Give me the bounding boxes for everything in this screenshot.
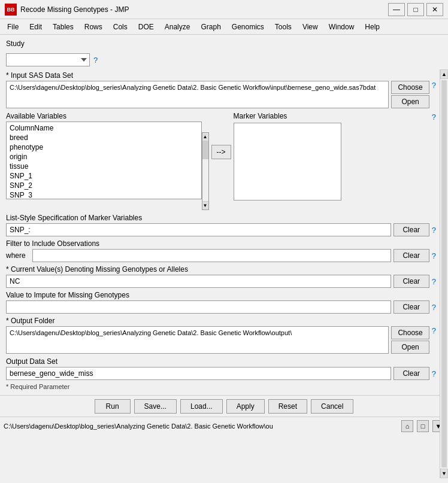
menu-cols[interactable]: Cols (108, 22, 132, 32)
output-folder-buttons: Choose Open (391, 326, 429, 354)
impute-value-label: Value to Impute for Missing Genotypes (6, 291, 436, 299)
available-variables-label: Available Variables (6, 112, 209, 120)
var-item-tissue[interactable]: tissue (8, 162, 200, 171)
input-sas-open-button[interactable]: Open (391, 95, 429, 108)
status-page-icon[interactable]: □ (417, 420, 429, 432)
output-dataset-clear-button[interactable]: Clear (393, 367, 429, 380)
output-dataset-help[interactable]: ? (432, 369, 436, 378)
menu-window[interactable]: Window (324, 22, 359, 32)
move-to-marker-button[interactable]: --> (211, 145, 231, 159)
output-folder-row: C:\Users\dagenu\Desktop\blog_series\Anal… (6, 326, 436, 354)
close-button[interactable]: ✕ (426, 3, 443, 16)
output-folder-help[interactable]: ? (432, 326, 436, 354)
menu-graph[interactable]: Graph (196, 22, 225, 32)
input-sas-section: * Input SAS Data Set C:\Users\dagenu\Des… (6, 71, 436, 108)
output-dataset-section: Output Data Set Clear ? (6, 357, 436, 380)
status-path: C:\Users\dagenu\Desktop\blog_series\Anal… (4, 423, 398, 430)
filter-section: Filter to Include Observations where Cle… (6, 239, 436, 262)
content-wrapper: Study ? * Input SAS Data Set C:\Users\da… (0, 35, 448, 395)
scroll-up-button[interactable]: ▲ (440, 69, 448, 79)
input-sas-row: C:\Users\dagenu\Desktop\blog_series\Anal… (6, 81, 436, 108)
study-dropdown[interactable] (6, 53, 90, 66)
output-dataset-input[interactable] (6, 367, 391, 380)
status-home-icon[interactable]: ⌂ (401, 420, 413, 432)
study-help[interactable]: ? (93, 56, 98, 65)
impute-value-clear-button[interactable]: Clear (393, 300, 429, 314)
list-style-clear-button[interactable]: Clear (393, 223, 429, 236)
right-scrollbar[interactable]: ▲ ▼ (440, 69, 448, 478)
available-variables-scrollbar[interactable]: ▲ ▼ (202, 132, 209, 210)
menu-doe[interactable]: DOE (134, 22, 159, 32)
output-folder-section: * Output Folder C:\Users\dagenu\Desktop\… (6, 317, 436, 354)
window-title: Recode Missing Genotypes - JMP (20, 5, 129, 14)
app-icon: BB (5, 4, 17, 16)
var-item-columnname[interactable]: ColumnName (8, 123, 200, 133)
current-value-clear-button[interactable]: Clear (393, 275, 429, 288)
title-bar: BB Recode Missing Genotypes - JMP — □ ✕ (0, 0, 448, 19)
current-value-input[interactable] (6, 275, 391, 288)
list-style-input[interactable] (6, 223, 391, 236)
output-dataset-label: Output Data Set (6, 357, 436, 366)
filter-help[interactable]: ? (432, 251, 436, 260)
menu-file[interactable]: File (2, 22, 23, 32)
scroll-down-button[interactable]: ▼ (440, 469, 448, 478)
output-dataset-row: Clear ? (6, 367, 436, 380)
marker-variables-panel: Marker Variables ? (234, 112, 437, 201)
impute-value-help[interactable]: ? (432, 303, 436, 312)
maximize-button[interactable]: □ (407, 3, 424, 16)
output-folder-path: C:\Users\dagenu\Desktop\blog_series\Anal… (6, 326, 389, 354)
filter-prefix: where (6, 251, 30, 260)
current-value-help[interactable]: ? (432, 277, 436, 286)
load-button[interactable]: Load... (180, 399, 223, 414)
study-input-row: ? (6, 53, 436, 66)
menu-analyze[interactable]: Analyze (160, 22, 195, 32)
menu-genomics[interactable]: Genomics (227, 22, 269, 32)
output-folder-open-button[interactable]: Open (391, 341, 429, 354)
variables-section: Available Variables ColumnName breed phe… (6, 112, 436, 210)
scroll-down-arrow[interactable]: ▼ (202, 201, 208, 209)
window-controls: — □ ✕ (388, 3, 443, 16)
apply-button[interactable]: Apply (226, 399, 265, 414)
input-sas-label: * Input SAS Data Set (6, 71, 436, 80)
var-item-snp3[interactable]: SNP_3 (8, 190, 200, 199)
filter-clear-button[interactable]: Clear (393, 249, 429, 262)
output-folder-choose-button[interactable]: Choose (391, 326, 429, 339)
cancel-button[interactable]: Cancel (311, 399, 353, 414)
menu-view[interactable]: View (298, 22, 323, 32)
marker-variables-list[interactable] (234, 123, 341, 201)
filter-input[interactable] (32, 249, 391, 262)
impute-value-row: Clear ? (6, 300, 436, 314)
input-sas-buttons: Choose Open (391, 81, 429, 108)
menu-help[interactable]: Help (360, 22, 385, 32)
reset-button[interactable]: Reset (268, 399, 307, 414)
minimize-button[interactable]: — (388, 3, 405, 16)
impute-value-input[interactable] (6, 300, 391, 314)
var-item-phenotype[interactable]: phenotype (8, 142, 200, 152)
list-style-label: List-Style Specification of Marker Varia… (6, 214, 436, 222)
marker-variables-label: Marker Variables (234, 112, 287, 120)
list-style-help[interactable]: ? (432, 226, 436, 235)
var-item-snp1[interactable]: SNP_1 (8, 171, 200, 181)
menu-tables[interactable]: Tables (48, 22, 78, 32)
arrow-button-container: --> (211, 145, 231, 159)
input-sas-help[interactable]: ? (432, 81, 436, 108)
run-button[interactable]: Run (95, 399, 131, 414)
var-item-origin[interactable]: origin (8, 152, 200, 162)
scroll-thumb (202, 141, 208, 159)
available-variables-panel: Available Variables ColumnName breed phe… (6, 112, 209, 210)
menu-tools[interactable]: Tools (270, 22, 296, 32)
available-variables-list[interactable]: ColumnName breed phenotype origin tissue… (6, 121, 202, 199)
marker-variables-help[interactable]: ? (432, 113, 436, 121)
filter-row: where Clear ? (6, 249, 436, 262)
scroll-up-arrow[interactable]: ▲ (202, 133, 208, 141)
input-sas-path: C:\Users\dagenu\Desktop\blog_series\Anal… (6, 81, 389, 108)
study-row: Study (6, 40, 436, 50)
input-sas-choose-button[interactable]: Choose (391, 81, 429, 94)
var-item-snp2[interactable]: SNP_2 (8, 181, 200, 190)
scroll-track (441, 80, 447, 467)
menu-edit[interactable]: Edit (25, 22, 47, 32)
save-button[interactable]: Save... (134, 399, 177, 414)
menu-rows[interactable]: Rows (80, 22, 107, 32)
var-item-breed[interactable]: breed (8, 133, 200, 142)
current-value-row: Clear ? (6, 275, 436, 288)
